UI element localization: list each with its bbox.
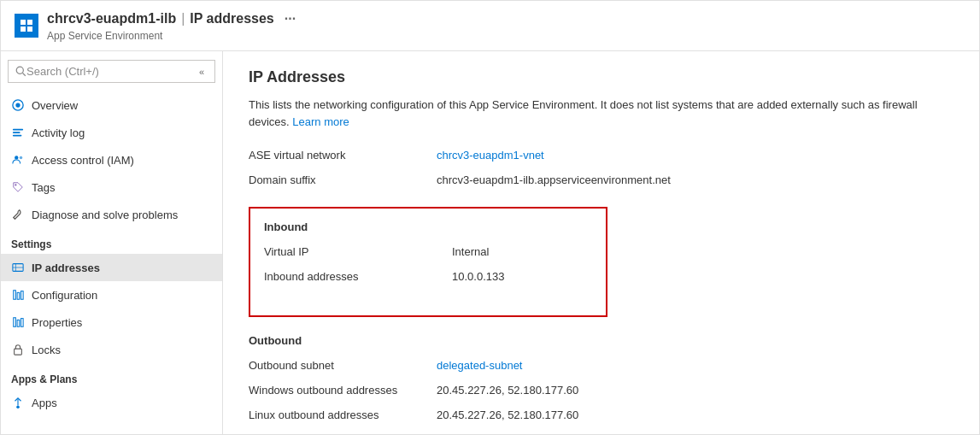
sidebar-item-label: Overview (32, 99, 78, 112)
apps-icon (11, 396, 25, 409)
more-options-button[interactable]: ··· (279, 9, 301, 28)
svg-point-12 (20, 156, 23, 160)
inbound-addresses-value: 10.0.0.133 (452, 267, 592, 286)
content-title: IP Addresses (249, 68, 954, 86)
svg-rect-20 (14, 318, 16, 327)
ase-vnet-label: ASE virtual network (249, 145, 420, 165)
apps-plans-section-label: Apps & Plans (1, 363, 222, 389)
wrench-icon (11, 208, 25, 221)
settings-section-label: Settings (1, 228, 222, 254)
activity-icon (11, 126, 25, 139)
outbound-subnet-value[interactable]: delegated-subnet (437, 356, 954, 375)
sidebar-item-label: Tags (32, 181, 55, 194)
search-input[interactable] (26, 65, 196, 78)
sidebar-item-diagnose[interactable]: Diagnose and solve problems (1, 201, 222, 228)
people-icon (11, 153, 25, 167)
collapse-button[interactable]: « (196, 67, 208, 77)
svg-point-24 (16, 406, 20, 409)
sidebar-item-tags[interactable]: Tags (1, 173, 222, 201)
svg-point-4 (16, 67, 23, 73)
ip-icon (11, 261, 25, 274)
learn-more-link[interactable]: Learn more (292, 115, 349, 128)
sidebar-item-access-control[interactable]: Access control (IAM) (1, 146, 222, 173)
inbound-grid: Virtual IP Internal Inbound addresses 10… (264, 242, 592, 286)
svg-point-11 (15, 156, 18, 159)
content-area: IP Addresses This lists the networking c… (223, 51, 979, 434)
linux-outbound-value: 20.45.227.26, 52.180.177.60 (437, 405, 954, 425)
lock-icon (11, 343, 25, 356)
resource-name: chrcv3-euapdm1-ilb (47, 11, 176, 26)
sidebar-item-label: Apps (32, 397, 57, 409)
inbound-section: Inbound Virtual IP Internal Inbound addr… (249, 207, 607, 317)
virtual-ip-label: Virtual IP (264, 242, 435, 262)
header-text: chrcv3-euapdm1-ilb | IP addresses ··· Ap… (47, 9, 965, 42)
network-info-grid: ASE virtual network chrcv3-euapdm1-vnet … (249, 145, 954, 190)
sidebar-item-apps[interactable]: Apps (1, 389, 222, 416)
sidebar-item-label: Locks (32, 344, 61, 356)
svg-rect-18 (17, 292, 20, 299)
sidebar-item-configuration[interactable]: Configuration (1, 281, 222, 309)
sidebar-item-properties[interactable]: Properties (1, 309, 222, 336)
sidebar-item-label: Access control (IAM) (32, 154, 134, 167)
resource-icon (15, 14, 38, 38)
svg-rect-9 (13, 132, 21, 133)
svg-rect-23 (15, 349, 22, 355)
windows-outbound-value: 20.45.227.26, 52.180.177.60 (437, 380, 954, 400)
sidebar-item-label: IP addresses (32, 262, 100, 274)
config-icon (11, 288, 25, 302)
outbound-section: Outbound Outbound subnet delegated-subne… (249, 334, 954, 425)
svg-rect-1 (27, 20, 32, 25)
inbound-title: Inbound (264, 220, 592, 233)
header-title: chrcv3-euapdm1-ilb | IP addresses ··· (47, 9, 965, 28)
windows-outbound-label: Windows outbound addresses (249, 380, 420, 400)
page-name: IP addresses (190, 11, 273, 26)
svg-point-13 (15, 184, 16, 185)
domain-suffix-label: Domain suffix (249, 170, 420, 190)
svg-rect-19 (21, 291, 24, 300)
sidebar-item-ip-addresses[interactable]: IP addresses (1, 254, 222, 281)
svg-rect-21 (17, 320, 20, 326)
domain-suffix-value: chrcv3-euapdm1-ilb.appserviceenvironment… (437, 170, 954, 190)
svg-line-5 (23, 73, 26, 76)
overview-icon (11, 98, 25, 112)
properties-icon (11, 315, 25, 329)
virtual-ip-value: Internal (452, 242, 592, 262)
sidebar: « Overview Activity log Access control (1, 51, 223, 434)
page-header: chrcv3-euapdm1-ilb | IP addresses ··· Ap… (1, 1, 979, 51)
svg-rect-3 (27, 26, 32, 32)
sidebar-item-label: Diagnose and solve problems (32, 209, 178, 221)
search-box[interactable]: « (8, 60, 215, 83)
content-description: This lists the networking configuration … (249, 97, 954, 130)
svg-rect-22 (21, 319, 24, 327)
sidebar-item-activity-log[interactable]: Activity log (1, 119, 222, 146)
outbound-subnet-label: Outbound subnet (249, 356, 420, 375)
svg-rect-0 (21, 20, 26, 25)
svg-rect-2 (21, 26, 26, 32)
svg-point-7 (15, 103, 20, 107)
sidebar-item-overview[interactable]: Overview (1, 91, 222, 119)
svg-rect-10 (13, 135, 22, 137)
search-icon (15, 66, 26, 77)
sidebar-item-locks[interactable]: Locks (1, 336, 222, 363)
header-separator: | (181, 11, 185, 26)
sidebar-item-label: Activity log (32, 126, 85, 139)
tag-icon (11, 180, 25, 194)
svg-rect-17 (14, 291, 16, 300)
linux-outbound-label: Linux outbound addresses (249, 405, 420, 425)
sidebar-item-label: Properties (32, 316, 82, 329)
outbound-title: Outbound (249, 334, 954, 347)
outbound-grid: Outbound subnet delegated-subnet Windows… (249, 356, 954, 425)
sidebar-item-label: Configuration (32, 289, 97, 302)
resource-type: App Service Environment (47, 30, 965, 42)
inbound-addresses-label: Inbound addresses (264, 267, 435, 286)
svg-rect-8 (13, 129, 23, 131)
ase-vnet-value[interactable]: chrcv3-euapdm1-vnet (437, 145, 954, 165)
